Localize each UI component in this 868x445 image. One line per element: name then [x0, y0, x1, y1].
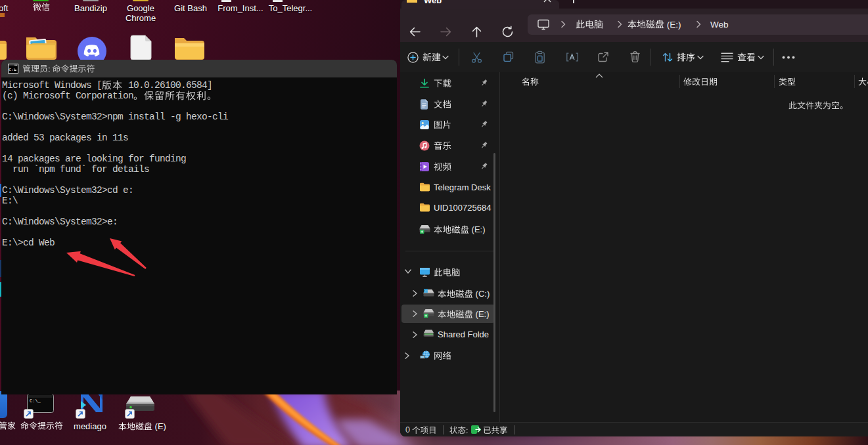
svg-text:C:\_: C:\_: [30, 398, 41, 404]
